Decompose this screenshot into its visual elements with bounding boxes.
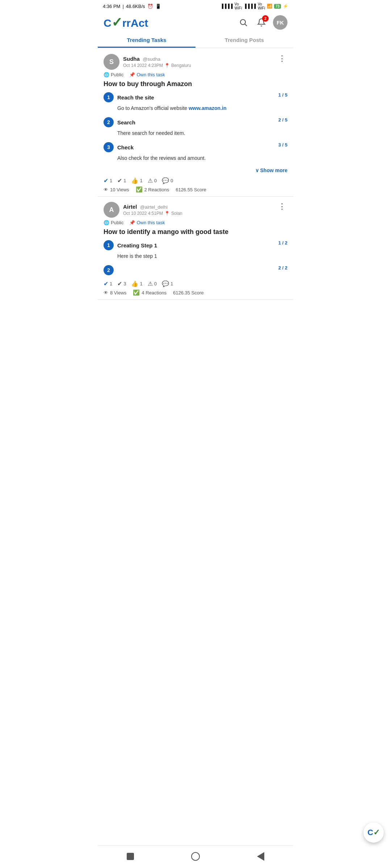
reaction-correct-0[interactable]: ✔ 1 xyxy=(104,177,112,184)
post-more-btn-1[interactable]: ⋮ xyxy=(277,202,287,211)
step-title-0-0: Reach the site xyxy=(117,94,154,101)
step-counter-0-2: 3 / 5 xyxy=(278,142,287,148)
step-row-1-0: 1 Creating Step 1 1 / 2 xyxy=(104,240,287,250)
step-content-0-2: Also check for the reviews and amount. xyxy=(117,154,287,162)
views-stat-0: 👁 10 Views xyxy=(104,187,129,192)
reaction-warn-1[interactable]: ⚠ 0 xyxy=(148,280,157,287)
eye-icon-1: 👁 xyxy=(104,290,108,295)
tab-trending-posts[interactable]: Trending Posts xyxy=(196,33,293,48)
score-text-0: 6126.55 Score xyxy=(176,187,206,192)
status-bar: 4:36 PM | 48.6KB/s ⏰ 📱 ▐▐▐▐ VoWiFi ▐▐▐▐ … xyxy=(98,0,293,12)
step-counter-1-0: 1 / 2 xyxy=(278,240,287,246)
warn-icon-0: ⚠ xyxy=(148,177,153,184)
own-task-1[interactable]: 📌 Own this task xyxy=(129,220,165,225)
step-counter-0-0: 1 / 5 xyxy=(278,92,287,98)
step-left-0-0: 1 Reach the site xyxy=(104,92,154,102)
post-username-1: Airtel xyxy=(123,204,137,210)
like-count-0: 1 xyxy=(140,178,142,183)
signal-icon-2: ▐▐▐▐ xyxy=(244,4,256,9)
logo-ct: ct xyxy=(139,17,148,29)
score-stat-1: 6126.35 Score xyxy=(173,290,204,295)
svg-line-1 xyxy=(245,24,247,26)
correct-icon-1: ✔ xyxy=(104,280,108,287)
header-icons: 2 FK xyxy=(237,15,287,30)
comment-count-1: 1 xyxy=(171,281,173,286)
step-num-1-1: 2 xyxy=(104,265,114,275)
reaction-correct-1[interactable]: ✔ 1 xyxy=(104,280,112,287)
step-left-1-1: 2 xyxy=(104,265,117,275)
step-title-0-1: Search xyxy=(117,119,135,125)
comment-icon-1: 💬 xyxy=(162,280,169,287)
like-icon-1: 👍 xyxy=(131,280,138,287)
step-left-0-2: 3 Check xyxy=(104,142,134,152)
visibility-text-1: Public xyxy=(111,220,123,225)
own-task-link-0[interactable]: Own this task xyxy=(136,72,165,77)
vo-wifi-label-2: VoWiFi xyxy=(258,2,265,10)
reaction-check-0[interactable]: ✔ 1 xyxy=(117,177,126,184)
reaction-comment-1[interactable]: 💬 1 xyxy=(162,280,173,287)
status-right: ▐▐▐▐ VoWiFi ▐▐▐▐ VoWiFi 📶 73 ⚡ xyxy=(220,2,288,10)
post-user-info-1: A Airtel @airtel_delhi Oct 10 2022 4:51P… xyxy=(104,202,182,218)
correct-count-0: 1 xyxy=(110,178,112,183)
globe-icon-1: 🌐 xyxy=(104,220,109,225)
stats-bar-1: 👁 8 Views ✅ 4 Reactions 6126.35 Score xyxy=(104,289,287,296)
views-text-1: 8 Views xyxy=(110,290,126,295)
task-icon-0: 📌 xyxy=(129,72,135,77)
green-check-icon-0: ✅ xyxy=(136,186,143,193)
logo-orr: rrA xyxy=(122,17,139,29)
check-icon-0: ✔ xyxy=(117,177,122,184)
logo-checkmark: ✓ xyxy=(112,15,122,30)
reaction-check-1[interactable]: ✔ 3 xyxy=(117,280,126,287)
reaction-comment-0[interactable]: 💬 0 xyxy=(162,177,173,184)
post-title-0: How to buy through Amazon xyxy=(104,80,287,88)
own-task-0[interactable]: 📌 Own this task xyxy=(129,72,165,77)
task-icon-1: 📌 xyxy=(129,220,135,225)
reaction-like-1[interactable]: 👍 1 xyxy=(131,280,142,287)
notification-badge: 2 xyxy=(262,15,269,22)
globe-icon-0: 🌐 xyxy=(104,72,109,77)
check-icon-1: ✔ xyxy=(117,280,122,287)
status-speed: | xyxy=(122,4,123,9)
reactions-stat-1: ✅ 4 Reactions xyxy=(133,289,167,296)
charging-icon: ⚡ xyxy=(283,4,288,9)
post-title-1: How to identify a mango with good taste xyxy=(104,228,287,236)
logo-c: C xyxy=(104,17,112,29)
post-location-0: Bengaluru xyxy=(171,63,191,68)
step-row-0-1: 2 Search 2 / 5 xyxy=(104,117,287,127)
app-header: C✓rrAct 2 FK xyxy=(98,12,293,33)
whatsapp-icon: 📱 xyxy=(155,4,161,9)
post-more-btn-0[interactable]: ⋮ xyxy=(277,54,287,63)
alarm-icon: ⏰ xyxy=(147,4,153,9)
step-content-0-1: There search for needed item. xyxy=(117,129,287,137)
reaction-warn-0[interactable]: ⚠ 0 xyxy=(148,177,157,184)
notification-button[interactable]: 2 xyxy=(255,16,268,29)
step-counter-0-1: 2 / 5 xyxy=(278,117,287,123)
reactions-stat-0: ✅ 2 Reactions xyxy=(136,186,169,193)
correct-count-1: 1 xyxy=(110,281,112,286)
like-icon-0: 👍 xyxy=(131,177,138,184)
eye-icon-0: 👁 xyxy=(104,187,108,192)
post-meta-1: Oct 10 2022 4:51PM 📍 Solan xyxy=(123,211,182,216)
step-content-1-0: Here is the step 1 xyxy=(117,252,287,260)
vo-wifi-label: VoWiFi xyxy=(235,2,242,10)
tab-trending-tasks[interactable]: Trending Tasks xyxy=(98,33,196,48)
post-date-1: Oct 10 2022 4:51PM xyxy=(123,211,163,216)
post-visibility-1: 🌐 Public 📌 Own this task xyxy=(104,220,287,225)
user-avatar[interactable]: FK xyxy=(273,15,287,30)
score-text-1: 6126.35 Score xyxy=(173,290,204,295)
own-task-link-1[interactable]: Own this task xyxy=(136,220,165,225)
correct-icon-0: ✔ xyxy=(104,177,108,184)
reactions-text-1: 4 Reactions xyxy=(142,290,167,295)
visibility-label-0: 🌐 Public xyxy=(104,72,123,77)
post-header-0: S Sudha @sudha Oct 14 2022 4:23PM 📍 Beng… xyxy=(104,54,287,70)
reaction-like-0[interactable]: 👍 1 xyxy=(131,177,142,184)
show-more-btn-0[interactable]: ∨ Show more xyxy=(255,167,287,173)
search-icon xyxy=(239,18,248,27)
amazon-link[interactable]: www.amazon.in xyxy=(189,105,227,111)
search-button[interactable] xyxy=(237,16,250,29)
post-header-1: A Airtel @airtel_delhi Oct 10 2022 4:51P… xyxy=(104,202,287,218)
step-left-1-0: 1 Creating Step 1 xyxy=(104,240,157,250)
step-row-1-1: 2 2 / 2 xyxy=(104,265,287,275)
app-logo: C✓rrAct xyxy=(104,16,148,29)
chevron-down-icon-0: ∨ xyxy=(255,167,259,173)
